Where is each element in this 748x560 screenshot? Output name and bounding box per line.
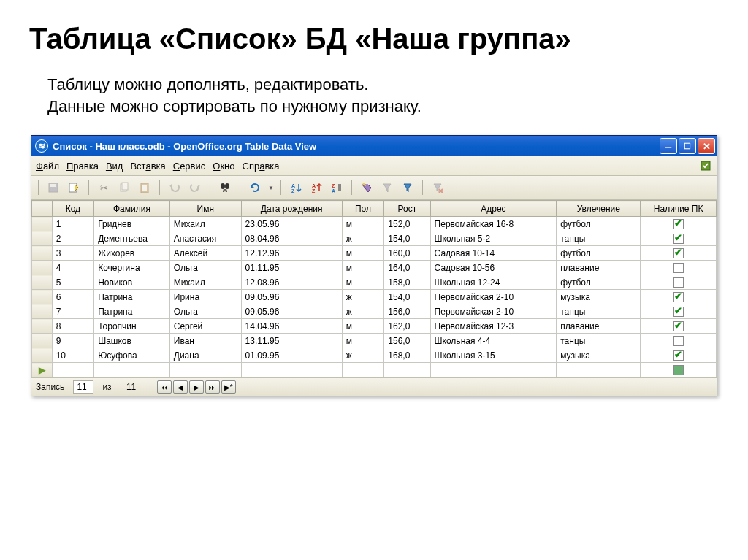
row-selector[interactable] [32,217,53,231]
row-selector[interactable] [32,261,53,275]
cell-dob[interactable]: 09.05.96 [241,304,342,319]
sort-desc-icon[interactable]: AZ [308,180,324,196]
standard-filter-icon[interactable] [400,180,416,196]
cell-lastname[interactable]: Патрина [94,290,170,304]
cell-lastname[interactable]: Дементьева [94,231,170,246]
title-bar[interactable]: ≋ Список - Наш класс.odb - OpenOffice.or… [31,136,717,156]
cell-id[interactable]: 6 [52,290,94,304]
cell-lastname[interactable]: Кочергина [94,261,170,275]
cell-id[interactable]: 7 [52,304,94,319]
cell-address[interactable]: Школьная 4-4 [430,334,557,348]
cell-address[interactable]: Школьная 5-2 [430,231,557,246]
undo-icon[interactable] [167,180,183,196]
refresh-icon[interactable] [247,180,263,196]
cell-height[interactable]: 156,0 [384,334,430,348]
checkbox-icon[interactable] [673,292,684,302]
cut-icon[interactable]: ✂ [96,180,112,196]
menu-help[interactable]: Справка [243,161,280,172]
insert-row[interactable]: ▶ [32,363,717,377]
table-row[interactable]: 8ТоропчинСергей14.04.96м162,0Первомайска… [32,319,717,334]
cell-hobby[interactable]: плавание [557,261,641,275]
cell-dob[interactable]: 12.08.96 [241,275,342,290]
remove-filter-icon[interactable] [430,180,446,196]
menu-view[interactable]: Вид [106,161,123,172]
cell-address[interactable]: Школьная 3-15 [430,348,557,363]
cell-height[interactable]: 156,0 [384,304,430,319]
cell-id[interactable]: 10 [52,348,94,363]
cell-address[interactable]: Первомайская 12-3 [430,319,557,334]
col-sex[interactable]: Пол [342,201,384,217]
cell-height[interactable]: 168,0 [384,348,430,363]
cell-lastname[interactable]: Новиков [94,275,170,290]
cell-id[interactable]: 1 [52,217,94,231]
table-row[interactable]: 4КочергинаОльга01.11.95м164,0Садовая 10-… [32,261,717,275]
cell-dob[interactable]: 13.11.95 [241,334,342,348]
row-selector[interactable] [32,275,53,290]
cell-hobby[interactable]: танцы [557,231,641,246]
cell-haspc[interactable] [641,348,717,363]
cell-haspc[interactable] [641,363,717,377]
cell-sex[interactable]: ж [342,290,384,304]
cell-lastname[interactable]: Жихорев [94,246,170,261]
cell-hobby[interactable]: танцы [557,334,641,348]
cell-hobby[interactable]: футбол [557,246,641,261]
cell-haspc[interactable] [641,319,717,334]
cell-sex[interactable]: м [342,334,384,348]
cell-haspc[interactable] [641,261,717,275]
cell-hobby[interactable]: плавание [557,319,641,334]
sort-asc-icon[interactable]: AZ [288,180,304,196]
cell-hobby[interactable] [557,363,641,377]
menu-edit[interactable]: Правка [66,161,99,172]
apply-filter-icon[interactable] [379,180,395,196]
minimize-button[interactable]: _ [660,138,677,154]
col-height[interactable]: Рост [384,201,430,217]
cell-address[interactable]: Первомайская 2-10 [430,304,557,319]
col-address[interactable]: Адрес [430,201,557,217]
cell-sex[interactable]: ж [342,304,384,319]
cell-firstname[interactable] [169,363,241,377]
cell-id[interactable]: 3 [52,246,94,261]
cell-address[interactable]: Первомайская 16-8 [430,217,557,231]
row-selector[interactable] [32,348,53,363]
cell-height[interactable]: 152,0 [384,217,430,231]
checkbox-icon[interactable] [673,277,684,288]
cell-hobby[interactable]: танцы [557,304,641,319]
cell-firstname[interactable]: Ольга [169,304,241,319]
cell-dob[interactable]: 01.09.95 [241,348,342,363]
sort-custom-icon[interactable]: ZA [329,180,345,196]
cell-dob[interactable]: 12.12.96 [241,246,342,261]
cell-haspc[interactable] [641,231,717,246]
cell-dob[interactable] [241,363,342,377]
cell-height[interactable]: 160,0 [384,246,430,261]
chevron-down-icon[interactable]: ▼ [268,185,274,191]
cell-firstname[interactable]: Ольга [169,261,241,275]
cell-firstname[interactable]: Алексей [169,246,241,261]
cell-lastname[interactable] [94,363,170,377]
nav-first-button[interactable]: ⏮ [157,380,172,394]
row-selector[interactable] [32,246,53,261]
checkbox-icon[interactable] [673,234,684,244]
nav-last-button[interactable]: ⏭ [205,380,220,394]
save-document-icon[interactable] [699,159,712,172]
col-dob[interactable]: Дата рождения [241,201,342,217]
insert-marker[interactable]: ▶ [32,363,53,377]
cell-haspc[interactable] [641,304,717,319]
cell-lastname[interactable]: Юсуфова [94,348,170,363]
row-selector[interactable] [32,334,53,348]
cell-height[interactable]: 164,0 [384,261,430,275]
table-row[interactable]: 5НовиковМихаил12.08.96м158,0Школьная 12-… [32,275,717,290]
checkbox-icon[interactable] [673,307,684,317]
maximize-button[interactable]: ☐ [679,138,696,154]
cell-address[interactable] [430,363,557,377]
col-id[interactable]: Код [52,201,94,217]
cell-hobby[interactable]: футбол [557,217,641,231]
cell-height[interactable]: 162,0 [384,319,430,334]
cell-dob[interactable]: 23.05.96 [241,217,342,231]
cell-hobby[interactable]: музыка [557,348,641,363]
cell-dob[interactable]: 14.04.96 [241,319,342,334]
cell-id[interactable]: 2 [52,231,94,246]
table-row[interactable]: 7ПатринаОльга09.05.96ж156,0Первомайская … [32,304,717,319]
row-selector[interactable] [32,304,53,319]
cell-sex[interactable]: м [342,246,384,261]
cell-lastname[interactable]: Гриднев [94,217,170,231]
